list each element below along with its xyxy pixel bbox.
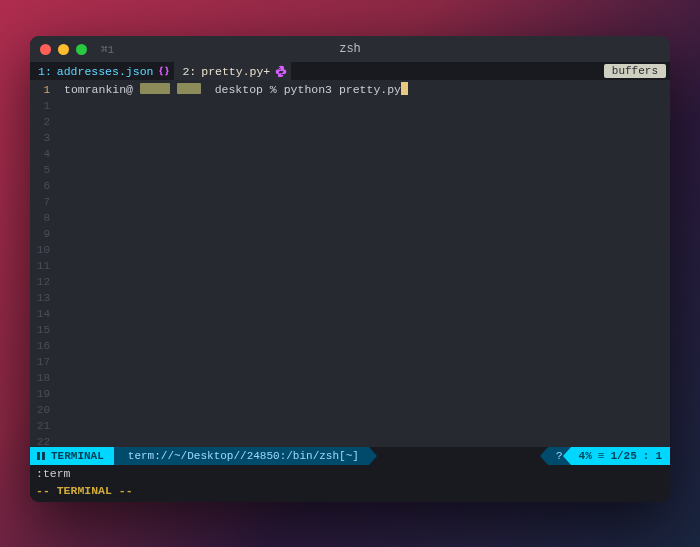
prompt-command: python3 pretty.py: [284, 83, 401, 96]
mode-label: TERMINAL: [51, 450, 104, 462]
pause-icon: [36, 451, 46, 461]
terminal-content[interactable]: tomrankin@ xxxx xxx desktop % python3 pr…: [58, 80, 670, 447]
rel-line: 2: [30, 114, 50, 130]
status-position: 4% ≡ 1/25 :1: [571, 447, 670, 465]
hash-icon: ≡: [598, 450, 605, 462]
rel-line: 18: [30, 370, 50, 386]
editor-area: 1 1 2 3 4 5 6 7 8 9 10 11 12 13 14 15 16…: [30, 80, 670, 447]
buffer-tab-pretty[interactable]: 2: pretty.py+: [174, 62, 291, 80]
mode-indicator: -- TERMINAL --: [30, 482, 670, 502]
prompt-symbol: %: [270, 83, 277, 96]
zoom-icon[interactable]: [76, 44, 87, 55]
status-path-text: term://~/Desktop//24850:/bin/zsh[~]: [128, 450, 359, 462]
rel-line: 21: [30, 418, 50, 434]
command-line-text: :term: [36, 467, 71, 480]
rel-line: 9: [30, 226, 50, 242]
rel-line: 8: [30, 210, 50, 226]
status-col: 1: [655, 450, 662, 462]
rel-line: 3: [30, 130, 50, 146]
rel-line: 17: [30, 354, 50, 370]
close-icon[interactable]: [40, 44, 51, 55]
status-path: term://~/Desktop//24850:/bin/zsh[~]: [114, 447, 369, 465]
svg-rect-1: [42, 452, 45, 460]
rel-line: 7: [30, 194, 50, 210]
rel-line: 15: [30, 322, 50, 338]
prompt-user: tomrankin@: [64, 83, 133, 96]
rel-line: 4: [30, 146, 50, 162]
redacted-segment: xxx: [177, 83, 201, 94]
svg-rect-0: [37, 452, 40, 460]
command-line[interactable]: :term: [30, 465, 670, 482]
col-icon: :: [643, 450, 650, 462]
status-spacer: [369, 447, 548, 465]
buffer-tab-addresses[interactable]: 1: addresses.json: [30, 62, 174, 80]
current-line-number: 1: [30, 82, 50, 98]
buffer-index: 2:: [182, 65, 196, 78]
redacted-host: xxxx: [140, 83, 170, 94]
buffer-name: addresses.json: [57, 65, 154, 78]
rel-line: 1: [30, 98, 50, 114]
json-filetype-icon: [158, 65, 170, 77]
rel-line: 14: [30, 306, 50, 322]
line-number-gutter: 1 1 2 3 4 5 6 7 8 9 10 11 12 13 14 15 16…: [30, 80, 58, 447]
rel-line: 5: [30, 162, 50, 178]
titlebar[interactable]: ⌘1 zsh: [30, 36, 670, 62]
status-line: TERMINAL term://~/Desktop//24850:/bin/zs…: [30, 447, 670, 465]
status-percent: 4%: [579, 450, 592, 462]
rel-line: 13: [30, 290, 50, 306]
buffer-tab-bar: 1: addresses.json 2: pretty.py+ buffers: [30, 62, 670, 80]
python-filetype-icon: [275, 65, 287, 77]
rel-line: 6: [30, 178, 50, 194]
rel-line: 12: [30, 274, 50, 290]
window-controls: [40, 44, 87, 55]
filetype-icon: ?: [556, 450, 563, 462]
status-mode: TERMINAL: [30, 447, 114, 465]
cursor-icon: [401, 82, 408, 95]
buffers-label: buffers: [604, 64, 666, 78]
buffer-index: 1:: [38, 65, 52, 78]
tab-shortcut-hint: ⌘1: [101, 43, 114, 56]
minimize-icon[interactable]: [58, 44, 69, 55]
status-lines: 1/25: [610, 450, 636, 462]
window-title: zsh: [339, 42, 361, 56]
rel-line: 16: [30, 338, 50, 354]
terminal-window: ⌘1 zsh 1: addresses.json 2: pretty.py+ b…: [30, 36, 670, 502]
buffer-name: pretty.py+: [201, 65, 270, 78]
rel-line: 10: [30, 242, 50, 258]
prompt-path: desktop: [215, 83, 263, 96]
rel-line: 19: [30, 386, 50, 402]
rel-line: 11: [30, 258, 50, 274]
rel-line: 22: [30, 434, 50, 447]
rel-line: 20: [30, 402, 50, 418]
